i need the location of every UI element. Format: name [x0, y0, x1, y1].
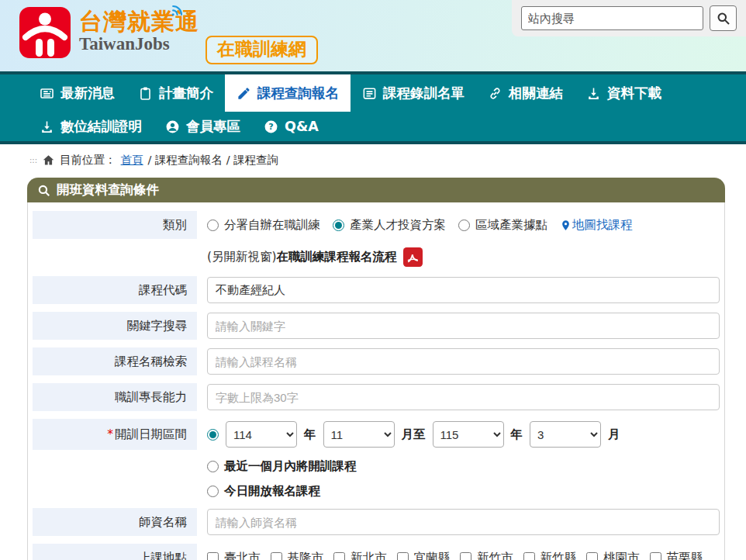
radio-label: 分署自辦在職訓練 [224, 217, 320, 233]
location-option-keelung[interactable]: 基隆市 [271, 550, 324, 560]
row-category: 類別 分署自辦在職訓練 產業人才投資方案 區域產業據點 [33, 211, 720, 239]
location-checkbox-taipei[interactable] [207, 552, 219, 560]
site-search-input[interactable] [521, 6, 703, 30]
location-option-hsinchu-county[interactable]: 新竹縣 [523, 550, 577, 560]
unit-month-to: 月至 [402, 427, 426, 443]
location-option-taoyuan[interactable]: 桃園市 [586, 550, 640, 560]
nav-label: 會員專區 [186, 117, 240, 136]
category-option-branch[interactable]: 分署自辦在職訓練 [207, 217, 320, 233]
keyword-input[interactable] [207, 313, 720, 339]
end-year-select[interactable]: 115 [433, 421, 504, 448]
specialty-input[interactable] [207, 384, 720, 410]
brand-subtitle: TaiwanJobs [79, 34, 199, 54]
course-name-input[interactable] [207, 348, 720, 375]
location-options: 臺北市 基隆市 新北市 宜蘭縣 新竹市 [197, 544, 720, 560]
row-date-range: * 開訓日期區間 114 年 11 月至 115 年 [33, 419, 720, 450]
location-option-newtaipei[interactable]: 新北市 [333, 550, 387, 560]
svg-text:?: ? [268, 122, 273, 132]
nav-item-downloads[interactable]: 資料下載 [575, 74, 673, 112]
person-logo-icon [19, 7, 71, 58]
nav-item-qa[interactable]: ? Q&A [252, 112, 330, 141]
map-course-link[interactable]: 地圖找課程 [560, 217, 633, 233]
date-today-option[interactable]: 今日開放報名課程 [207, 483, 320, 500]
nav-item-course-search[interactable]: 課程查詢報名 [225, 74, 351, 112]
category-option-regional[interactable]: 區域產業據點 [458, 217, 547, 233]
location-checkbox-keelung[interactable] [271, 552, 282, 560]
breadcrumb-home-link[interactable]: 首頁 [121, 153, 143, 168]
radio-label: 產業人才投資方案 [350, 217, 446, 233]
site-name-badge: 在職訓練網 [205, 36, 318, 64]
date-recent-radio[interactable] [207, 461, 219, 472]
site-search-button[interactable] [710, 5, 737, 31]
nav-row-1: 最新消息 計畫簡介 課程查詢報名 課程錄訓名單 相關 [0, 74, 746, 112]
course-code-content [197, 276, 720, 304]
news-icon [40, 86, 54, 101]
specialty-content [197, 383, 720, 411]
location-checkbox-miaoli[interactable] [650, 552, 661, 560]
date-range-group: 114 年 11 月至 115 年 3 月 [207, 421, 620, 448]
taiwanjobs-logo[interactable] [19, 7, 71, 58]
category-option-industry-talent[interactable]: 產業人才投資方案 [333, 217, 446, 233]
nav-label: 數位結訓證明 [60, 117, 142, 136]
note-link[interactable]: 在職訓練課程報名流程 [277, 249, 397, 265]
course-code-input[interactable] [207, 277, 720, 303]
row-specialty: 職訓專長能力 [33, 383, 720, 411]
spacer [33, 247, 197, 267]
location-checkbox-hsinchu-city[interactable] [460, 552, 471, 560]
required-mark: * [107, 427, 113, 441]
link-icon [488, 86, 503, 101]
pdf-icon[interactable] [403, 247, 423, 267]
end-month-select[interactable]: 3 [530, 421, 601, 448]
location-option-taipei[interactable]: 臺北市 [207, 550, 261, 560]
nav-item-member-area[interactable]: 會員專區 [154, 112, 252, 141]
date-range-label: * 開訓日期區間 [33, 419, 197, 450]
location-option-miaoli[interactable]: 苗栗縣 [650, 550, 703, 560]
search-icon [37, 184, 50, 197]
nav-item-admission-list[interactable]: 課程錄訓名單 [351, 74, 476, 112]
teacher-input[interactable] [207, 509, 720, 535]
row-course-name: 課程名稱檢索 [33, 347, 720, 375]
nav-item-related-links[interactable]: 相關連結 [476, 74, 575, 112]
date-range-content: 114 年 11 月至 115 年 3 月 [197, 419, 720, 450]
category-radio-branch[interactable] [207, 220, 219, 231]
checkbox-label: 新竹縣 [541, 550, 577, 560]
location-checkbox-newtaipei[interactable] [333, 552, 345, 560]
location-checkbox-taoyuan[interactable] [586, 552, 598, 560]
map-link-label: 地圖找課程 [572, 217, 633, 233]
nav-item-plan-intro[interactable]: 計畫簡介 [126, 74, 225, 112]
date-recent-option[interactable]: 最近一個月內將開訓課程 [207, 458, 357, 475]
panel-title: 開班資料查詢條件 [57, 181, 159, 199]
nav-item-news[interactable]: 最新消息 [28, 74, 126, 112]
map-pin-icon [560, 220, 572, 231]
location-option-yilan[interactable]: 宜蘭縣 [397, 550, 451, 560]
location-checkbox-hsinchu-county[interactable] [523, 552, 535, 560]
start-month-select[interactable]: 11 [323, 421, 395, 448]
panel-body: 類別 分署自辦在職訓練 產業人才投資方案 區域產業據點 [27, 202, 725, 560]
date-range-radio[interactable] [207, 429, 219, 441]
radio-label: 今日開放報名課程 [224, 483, 320, 500]
location-label: 上課地點 [33, 544, 197, 560]
nav-label: 計畫簡介 [159, 84, 213, 102]
radio-label: 最近一個月內將開訓課程 [224, 458, 357, 475]
list-icon [362, 86, 377, 101]
spacer [33, 481, 197, 501]
nav-label: 資料下載 [607, 84, 661, 102]
breadcrumb-trail: / 課程查詢報名 / 課程查詢 [148, 153, 279, 168]
download-icon [40, 119, 54, 134]
row-pdf-note: (另開新視窗) 在職訓練課程報名流程 [33, 247, 720, 267]
checkbox-label: 新北市 [351, 550, 387, 560]
date-range-label-text: 開訓日期區間 [115, 427, 187, 443]
category-radio-industry-talent[interactable] [333, 220, 344, 231]
date-today-radio[interactable] [207, 486, 219, 497]
unit-year-2: 年 [511, 427, 523, 443]
user-icon [165, 119, 180, 134]
start-year-select[interactable]: 114 [226, 421, 297, 448]
course-name-label: 課程名稱檢索 [33, 347, 197, 375]
nav-item-digital-certificate[interactable]: 數位結訓證明 [28, 112, 154, 141]
course-query-panel: 開班資料查詢條件 類別 分署自辦在職訓練 產業人才投資方案 區域產業據點 [27, 178, 725, 560]
location-checkbox-yilan[interactable] [397, 552, 409, 560]
category-radio-regional[interactable] [458, 220, 470, 231]
location-option-hsinchu-city[interactable]: 新竹市 [460, 550, 513, 560]
checkbox-label: 新竹市 [477, 550, 513, 560]
checkbox-label: 苗栗縣 [667, 550, 703, 560]
